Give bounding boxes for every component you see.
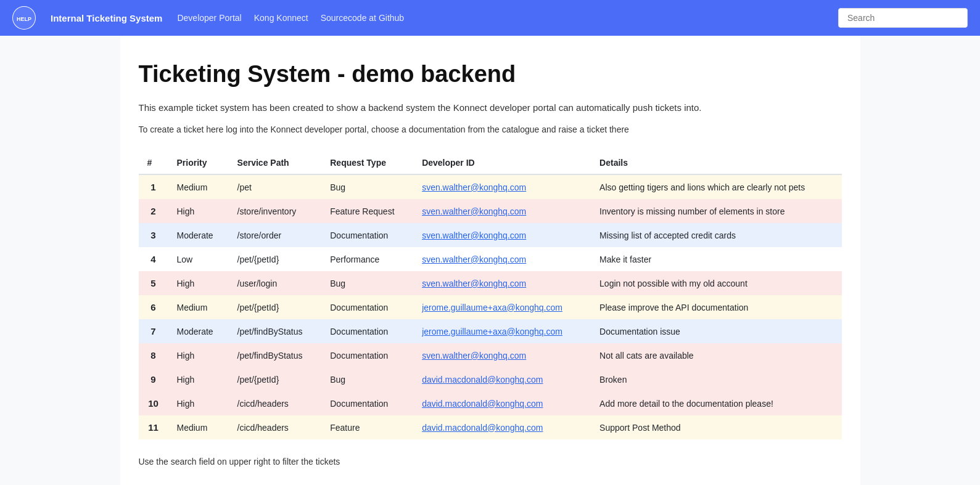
cell-id: 10 [139,391,168,415]
developer-email-link[interactable]: david.macdonald@konghq.com [422,375,543,385]
developer-email-link[interactable]: sven.walther@konghq.com [422,255,526,264]
cell-details: Broken [591,367,841,391]
developer-email-link[interactable]: david.macdonald@konghq.com [422,399,543,409]
cell-priority: Moderate [168,319,229,343]
cell-service-path: /store/inventory [229,199,322,223]
cell-request-type: Documentation [321,343,413,367]
cell-service-path: /pet [229,174,322,199]
col-header-details: Details [591,152,841,174]
cell-developer-id[interactable]: david.macdonald@konghq.com [413,415,591,439]
table-row: 2 High /store/inventory Feature Request … [139,199,842,223]
page-title: Ticketing System - demo backend [139,60,842,89]
table-header: # Priority Service Path Request Type Dev… [139,152,842,174]
cell-request-type: Performance [321,247,413,271]
nav-developer-portal[interactable]: Developer Portal [177,13,241,23]
developer-email-link[interactable]: jerome.guillaume+axa@konghq.com [422,327,562,336]
cell-service-path: /pet/{petId} [229,295,322,319]
cell-details: Please improve the API documentation [591,295,841,319]
table-row: 6 Medium /pet/{petId} Documentation jero… [139,295,842,319]
cell-developer-id[interactable]: david.macdonald@konghq.com [413,391,591,415]
cell-request-type: Documentation [321,295,413,319]
col-header-developer-id: Developer ID [413,152,591,174]
cell-service-path: /pet/{petId} [229,247,322,271]
main-content: Ticketing System - demo backend This exa… [120,36,860,485]
table-row: 7 Moderate /pet/findByStatus Documentati… [139,319,842,343]
cell-id: 7 [139,319,168,343]
table-body: 1 Medium /pet Bug sven.walther@konghq.co… [139,174,842,439]
cell-id: 8 [139,343,168,367]
cell-id: 9 [139,367,168,391]
navbar: HELP Internal Ticketing System Developer… [0,0,980,36]
cell-developer-id[interactable]: sven.walther@konghq.com [413,174,591,199]
cell-priority: Medium [168,415,229,439]
cell-priority: High [168,343,229,367]
cell-developer-id[interactable]: jerome.guillaume+axa@konghq.com [413,295,591,319]
developer-email-link[interactable]: sven.walther@konghq.com [422,351,526,361]
cell-details: Support Post Method [591,415,841,439]
cell-details: Also getting tigers and lions which are … [591,174,841,199]
cell-details: Login not possible with my old account [591,271,841,295]
cell-request-type: Bug [321,174,413,199]
cell-service-path: /cicd/headers [229,391,322,415]
cell-developer-id[interactable]: jerome.guillaume+axa@konghq.com [413,319,591,343]
cell-details: Not all cats are available [591,343,841,367]
table-row: 11 Medium /cicd/headers Feature david.ma… [139,415,842,439]
cell-developer-id[interactable]: sven.walther@konghq.com [413,247,591,271]
cell-priority: Low [168,247,229,271]
cell-developer-id[interactable]: sven.walther@konghq.com [413,223,591,247]
cell-request-type: Feature [321,415,413,439]
cell-request-type: Documentation [321,319,413,343]
cell-developer-id[interactable]: sven.walther@konghq.com [413,199,591,223]
footer-note: Use the search field on upper right to f… [139,457,842,467]
cell-priority: Medium [168,295,229,319]
col-header-id: # [139,152,168,174]
cell-id: 2 [139,199,168,223]
developer-email-link[interactable]: sven.walther@konghq.com [422,182,526,192]
navbar-links: Developer Portal Kong Konnect Sourcecode… [177,13,823,23]
cell-priority: High [168,199,229,223]
cell-id: 5 [139,271,168,295]
cell-service-path: /user/login [229,271,322,295]
table-row: 8 High /pet/findByStatus Documentation s… [139,343,842,367]
cell-priority: Medium [168,174,229,199]
developer-email-link[interactable]: sven.walther@konghq.com [422,230,526,240]
cell-details: Make it faster [591,247,841,271]
cell-id: 6 [139,295,168,319]
cell-details: Add more detail to the documentation ple… [591,391,841,415]
cell-id: 1 [139,174,168,199]
table-row: 3 Moderate /store/order Documentation sv… [139,223,842,247]
cell-id: 3 [139,223,168,247]
cell-priority: Moderate [168,223,229,247]
developer-email-link[interactable]: sven.walther@konghq.com [422,279,526,288]
cell-priority: High [168,367,229,391]
developer-email-link[interactable]: sven.walther@konghq.com [422,206,526,216]
app-logo: HELP [12,6,36,30]
svg-text:HELP: HELP [17,16,31,22]
cell-id: 4 [139,247,168,271]
cell-service-path: /store/order [229,223,322,247]
nav-sourcecode[interactable]: Sourcecode at Github [321,13,404,23]
cell-service-path: /pet/findByStatus [229,343,322,367]
table-row: 10 High /cicd/headers Documentation davi… [139,391,842,415]
table-row: 1 Medium /pet Bug sven.walther@konghq.co… [139,174,842,199]
page-description: This example ticket system has been crea… [139,101,842,115]
navbar-search-container [838,8,968,28]
cell-developer-id[interactable]: sven.walther@konghq.com [413,343,591,367]
cell-request-type: Bug [321,271,413,295]
cell-details: Inventory is missing number of elements … [591,199,841,223]
cell-service-path: /pet/findByStatus [229,319,322,343]
search-input[interactable] [838,8,968,28]
cell-developer-id[interactable]: sven.walther@konghq.com [413,271,591,295]
cell-details: Documentation issue [591,319,841,343]
cell-details: Missing list of accepted credit cards [591,223,841,247]
nav-kong-konnect[interactable]: Kong Konnect [254,13,308,23]
cell-request-type: Documentation [321,223,413,247]
cell-request-type: Feature Request [321,199,413,223]
col-header-priority: Priority [168,152,229,174]
developer-email-link[interactable]: david.macdonald@konghq.com [422,423,543,433]
ticket-table: # Priority Service Path Request Type Dev… [139,152,842,439]
table-row: 5 High /user/login Bug sven.walther@kong… [139,271,842,295]
cell-developer-id[interactable]: david.macdonald@konghq.com [413,367,591,391]
developer-email-link[interactable]: jerome.guillaume+axa@konghq.com [422,303,562,312]
cell-request-type: Bug [321,367,413,391]
